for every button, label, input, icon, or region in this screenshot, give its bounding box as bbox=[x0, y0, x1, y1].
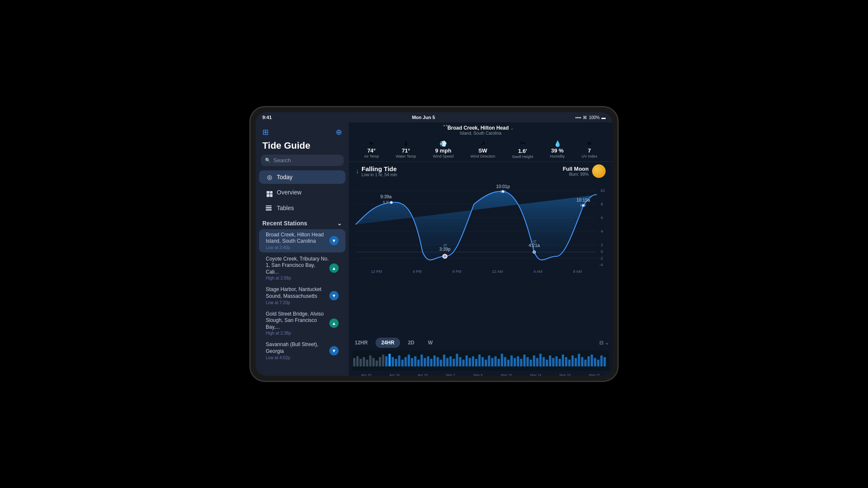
weather-item-airtemp: ☀ 74° Air Temp bbox=[364, 140, 379, 158]
collapse-icon[interactable]: ⌄ bbox=[337, 220, 342, 227]
station-item[interactable]: Savannah (Bull Street), Georgia Low at 4… bbox=[259, 339, 345, 362]
station-item[interactable]: Broad Creek, Hilton Head Island, South C… bbox=[259, 229, 345, 252]
uv-icon: ☀ bbox=[587, 140, 592, 147]
search-placeholder: Search bbox=[273, 157, 291, 164]
svg-rect-107 bbox=[597, 360, 599, 366]
wind-dir-value: SW bbox=[479, 147, 487, 154]
x-label: 4 AM bbox=[534, 269, 542, 274]
recent-stations-header: Recent Stations ⌄ bbox=[256, 216, 349, 229]
svg-rect-33 bbox=[359, 359, 362, 366]
svg-rect-72 bbox=[485, 360, 487, 366]
svg-rect-37 bbox=[373, 358, 375, 366]
tide-info-row: ↓ Falling Tide Low in 1 hr, 54 min Full … bbox=[349, 162, 612, 180]
station-info: Coyote Creek, Tributary No. 1, San Franc… bbox=[266, 256, 329, 281]
location-subtitle: Island, South Carolina bbox=[460, 131, 501, 136]
svg-rect-68 bbox=[472, 356, 474, 366]
station-item[interactable]: Gold Street Bridge, Alviso Slough, San F… bbox=[259, 308, 345, 338]
x-label: 4 PM bbox=[413, 269, 422, 274]
svg-rect-35 bbox=[366, 360, 368, 366]
svg-rect-69 bbox=[475, 359, 477, 366]
station-item[interactable]: Coyote Creek, Tributary No. 1, San Franc… bbox=[259, 253, 345, 283]
svg-text:8: 8 bbox=[601, 202, 603, 206]
app-title: Tide Guide bbox=[256, 140, 349, 155]
water-temp-icon: 🌡 bbox=[403, 140, 409, 147]
air-temp-icon: ☀ bbox=[369, 140, 374, 147]
status-right: ▪▪▪▪ ⌘ 100% ▬ bbox=[575, 115, 606, 120]
svg-rect-103 bbox=[584, 360, 587, 366]
svg-rect-70 bbox=[479, 355, 481, 366]
svg-rect-66 bbox=[465, 355, 467, 366]
svg-rect-101 bbox=[578, 354, 580, 366]
main-content: Broad Creek, Hilton Head ⌄ Island, South… bbox=[349, 122, 612, 376]
falling-icon: ↓ bbox=[356, 167, 359, 175]
station-info: Stage Harbor, Nantucket Sound, Massachus… bbox=[266, 286, 329, 305]
svg-rect-31 bbox=[353, 358, 355, 366]
water-temp-label: Water Temp bbox=[396, 154, 416, 158]
svg-text:6: 6 bbox=[601, 216, 603, 220]
wind-speed-icon: 💨 bbox=[440, 140, 447, 147]
tide-badge: ▼ bbox=[329, 346, 339, 355]
swell-value: 1.6' bbox=[518, 148, 527, 154]
svg-text:-0': -0' bbox=[532, 239, 536, 244]
x-label: 12 AM bbox=[492, 269, 503, 274]
svg-rect-81 bbox=[514, 358, 516, 366]
time-btn-24hr[interactable]: 24HR bbox=[376, 338, 401, 348]
sidebar-toggle-icon[interactable]: ⊞ bbox=[262, 128, 269, 137]
falling-title: Falling Tide bbox=[362, 165, 397, 172]
humidity-value: 39 % bbox=[551, 147, 564, 154]
time-btn-12hr[interactable]: 12HR bbox=[349, 338, 374, 348]
settings-icon[interactable]: ⊕ bbox=[336, 128, 342, 137]
tables-label: Tables bbox=[277, 205, 294, 211]
top-bar: Broad Creek, Hilton Head ⌄ Island, South… bbox=[349, 122, 612, 137]
svg-text:7.7': 7.7' bbox=[500, 190, 506, 194]
weather-item-watertemp: 🌡 71° Water Temp bbox=[396, 140, 416, 158]
svg-rect-56 bbox=[434, 355, 436, 366]
sidebar: ⊞ ⊕ Tide Guide 🔍 Search ◎ Today bbox=[256, 122, 349, 376]
svg-rect-96 bbox=[562, 355, 564, 366]
svg-point-11 bbox=[533, 251, 535, 253]
svg-rect-89 bbox=[540, 354, 542, 366]
mini-label: Apr 28 bbox=[418, 373, 428, 376]
chart-settings-btn[interactable]: ⊟ ⌄ bbox=[596, 338, 612, 348]
sidebar-item-tables[interactable]: Tables bbox=[259, 201, 345, 215]
wind-dir-icon: ↗ bbox=[480, 140, 485, 147]
mini-label: May 6 bbox=[473, 373, 483, 376]
mini-chart: Apr 20 Apr 24 Apr 28 May 2 May 6 May 10 … bbox=[349, 350, 612, 376]
search-bar[interactable]: 🔍 Search bbox=[261, 155, 344, 166]
svg-text:0: 0 bbox=[601, 250, 603, 254]
svg-rect-43 bbox=[392, 357, 394, 366]
svg-rect-75 bbox=[494, 356, 496, 366]
uv-value: 7 bbox=[588, 147, 591, 154]
swell-label: Swell Height bbox=[512, 155, 533, 159]
svg-text:-4: -4 bbox=[599, 263, 603, 267]
time-btn-w[interactable]: W bbox=[422, 338, 439, 348]
station-info: Savannah (Bull Street), Georgia Low at 4… bbox=[266, 341, 329, 360]
svg-text:4:21a: 4:21a bbox=[529, 243, 540, 248]
swell-icon: 〜 bbox=[520, 140, 526, 147]
svg-text:6.8': 6.8' bbox=[580, 203, 587, 208]
svg-rect-84 bbox=[523, 355, 526, 366]
svg-rect-67 bbox=[469, 358, 471, 366]
battery-icon: ▬ bbox=[601, 115, 606, 120]
grid-icon bbox=[267, 191, 273, 197]
svg-rect-74 bbox=[491, 358, 493, 366]
svg-rect-102 bbox=[581, 357, 583, 366]
weather-strip: ☀ 74° Air Temp 🌡 71° Water Temp 💨 9 mph … bbox=[349, 137, 612, 162]
location-title: Broad Creek, Hilton Head bbox=[448, 125, 509, 131]
svg-text:2: 2 bbox=[601, 243, 603, 247]
station-name: Savannah (Bull Street), Georgia bbox=[266, 341, 329, 355]
time-btn-2d[interactable]: 2D bbox=[402, 338, 420, 348]
humidity-label: Humidity bbox=[550, 154, 565, 158]
svg-rect-85 bbox=[526, 357, 529, 366]
svg-rect-76 bbox=[498, 359, 500, 366]
mini-chart-labels: Apr 20 Apr 24 Apr 28 May 2 May 6 May 10 … bbox=[352, 373, 609, 376]
sidebar-item-overview[interactable]: Overview bbox=[259, 185, 345, 200]
location-dropdown-icon[interactable]: ⌄ bbox=[510, 126, 514, 130]
svg-rect-77 bbox=[501, 354, 503, 366]
sidebar-item-today[interactable]: ◎ Today bbox=[259, 170, 345, 184]
today-icon: ◎ bbox=[266, 174, 273, 180]
wind-speed-label: Wind Speed bbox=[433, 154, 453, 158]
weather-item-windspeed: 💨 9 mph Wind Speed bbox=[433, 140, 453, 158]
station-item[interactable]: Stage Harbor, Nantucket Sound, Massachus… bbox=[259, 284, 345, 307]
svg-rect-38 bbox=[376, 360, 378, 366]
